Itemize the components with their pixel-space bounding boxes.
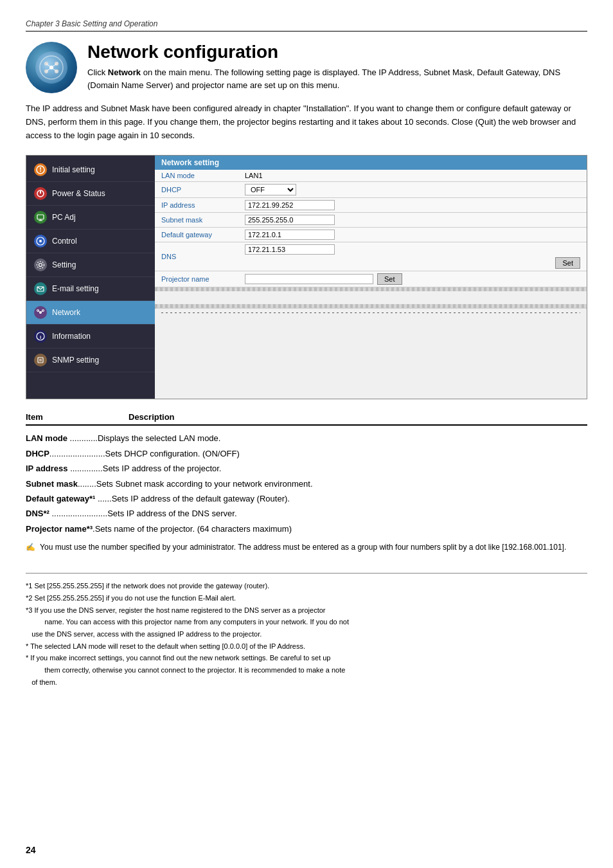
main-content-area: Network setting LAN mode LAN1 DHCP OFF O…: [155, 156, 587, 399]
page-number: 24: [26, 845, 36, 855]
sidebar-item-initial-setting[interactable]: Initial setting: [26, 158, 155, 182]
note-text: ✍ You must use the number specified by y…: [26, 541, 587, 554]
information-icon: i: [34, 330, 47, 343]
desc-row-gateway: Default gateway*¹ ......Sets IP address …: [26, 491, 587, 506]
initial-setting-icon: [34, 163, 47, 176]
sidebar-item-snmp[interactable]: SNMP setting: [26, 348, 155, 372]
dhcp-label: DHCP: [155, 182, 238, 198]
sidebar-label: Information: [52, 332, 91, 341]
desc-row-dhcp: DHCP........................Sets DHCP co…: [26, 446, 587, 461]
sidebar-label: Control: [52, 237, 77, 246]
sidebar-label: PC Adj: [52, 213, 76, 222]
spacer: [155, 291, 587, 304]
desc-table-header: Item Description: [26, 412, 587, 426]
desc-row-subnet: Subnet mask........Sets Subnet mask acco…: [26, 476, 587, 491]
svg-line-9: [51, 68, 57, 71]
projector-name-label: Projector name: [155, 271, 238, 287]
footnote-3: *3 If you use the DNS server, register t…: [26, 604, 587, 640]
desc-row-ip: IP address ..............Sets IP address…: [26, 461, 587, 476]
sidebar-item-control[interactable]: Control: [26, 230, 155, 253]
setting-row-dns: DNS Set: [155, 242, 587, 271]
sidebar-label: Power & Status: [52, 189, 105, 198]
sidebar-item-setting[interactable]: Setting: [26, 253, 155, 277]
subnet-label: Subnet mask: [155, 213, 238, 228]
dhcp-select[interactable]: OFF ON: [245, 184, 296, 195]
sidebar-item-email-setting[interactable]: E-mail setting: [26, 277, 155, 301]
svg-point-21: [37, 262, 44, 269]
setting-row-ip: IP address: [155, 198, 587, 213]
footnote-4: * The selected LAN mode will reset to th…: [26, 640, 587, 653]
control-icon: [34, 235, 47, 248]
dns-label: DNS: [155, 242, 238, 271]
decorative-stripe-2: [155, 304, 587, 308]
svg-point-20: [39, 264, 42, 267]
intro-para2: The IP address and Subnet Mask have been…: [26, 102, 587, 142]
footnote-5-cont: them correctly, otherwise you cannot con…: [26, 666, 345, 686]
network-icon: [34, 306, 47, 319]
svg-line-7: [51, 64, 57, 68]
network-setting-header: Network setting: [155, 156, 587, 170]
chapter-header: Chapter 3 Basic Setting and Operation: [26, 19, 587, 32]
svg-rect-15: [37, 215, 44, 219]
sidebar: Initial setting Power & Status PC Adj Co…: [26, 156, 155, 399]
sidebar-label: Initial setting: [52, 165, 95, 174]
sidebar-label: Network: [52, 308, 80, 317]
svg-line-8: [46, 68, 51, 71]
dhcp-value[interactable]: OFF ON: [238, 182, 587, 198]
sidebar-item-pc-adj[interactable]: PC Adj: [26, 206, 155, 230]
ui-screenshot: Initial setting Power & Status PC Adj Co…: [26, 155, 587, 399]
footnotes-section: *1 Set [255.255.255.255] if the network …: [26, 573, 587, 688]
bottom-stripe: [155, 308, 587, 317]
sidebar-label: SNMP setting: [52, 356, 99, 365]
desc-row-lan: LAN mode ............Displays the select…: [26, 431, 587, 446]
subnet-input[interactable]: [245, 215, 335, 225]
col-desc-header: Description: [129, 412, 587, 422]
svg-rect-30: [38, 357, 43, 363]
decorative-stripe-1: [155, 287, 587, 291]
subnet-value: [238, 213, 587, 228]
power-status-icon: [34, 187, 47, 200]
footnote-1: *1 Set [255.255.255.255] if the network …: [26, 580, 587, 592]
gateway-input[interactable]: [245, 230, 335, 240]
svg-point-19: [39, 240, 42, 242]
setting-row-gateway: Default gateway: [155, 228, 587, 242]
snmp-icon: [34, 354, 47, 366]
note-icon: ✍: [26, 541, 35, 554]
col-item-header: Item: [26, 412, 103, 422]
gateway-value: [238, 228, 587, 242]
ip-label: IP address: [155, 198, 238, 213]
sidebar-item-information[interactable]: i Information: [26, 325, 155, 348]
intro-para1: Click Network on the main menu. The foll…: [87, 66, 587, 91]
projector-set-button[interactable]: Set: [377, 273, 402, 285]
sidebar-item-power-status[interactable]: Power & Status: [26, 182, 155, 206]
section-icon: [26, 42, 77, 93]
svg-text:i: i: [40, 334, 41, 340]
sidebar-item-network[interactable]: Network: [26, 301, 155, 325]
gateway-label: Default gateway: [155, 228, 238, 242]
lan-mode-value: LAN1: [238, 170, 587, 182]
email-setting-icon: [34, 282, 47, 295]
pc-adj-icon: [34, 211, 47, 224]
setting-row-subnet: Subnet mask: [155, 213, 587, 228]
svg-point-12: [40, 170, 41, 172]
dns-input[interactable]: [245, 244, 335, 255]
setting-icon: [34, 258, 47, 271]
lan-mode-label: LAN mode: [155, 170, 238, 182]
svg-line-6: [46, 64, 51, 68]
footnote-2: *2 Set [255.255.255.255] if you do not u…: [26, 592, 587, 604]
setting-row-lan-mode: LAN mode LAN1: [155, 170, 587, 182]
desc-row-projector: Projector name*³.Sets name of the projec…: [26, 521, 587, 536]
dns-value: Set: [238, 242, 587, 271]
desc-row-dns: DNS*² ........................Sets IP ad…: [26, 506, 587, 521]
sidebar-label: E-mail setting: [52, 284, 99, 293]
ip-value: [238, 198, 587, 213]
projector-name-input[interactable]: [245, 274, 373, 284]
dns-set-button[interactable]: Set: [555, 257, 580, 269]
setting-row-projector: Projector name Set: [155, 271, 587, 287]
description-section: Item Description LAN mode ............Di…: [26, 412, 587, 554]
footnote-3-cont: name. You can access with this projector…: [26, 618, 349, 638]
page-title: Network configuration: [87, 42, 587, 62]
settings-table: LAN mode LAN1 DHCP OFF ON IP address: [155, 170, 587, 287]
ip-input[interactable]: [245, 200, 335, 210]
footnote-5: * If you make incorrect settings, you ca…: [26, 652, 587, 688]
